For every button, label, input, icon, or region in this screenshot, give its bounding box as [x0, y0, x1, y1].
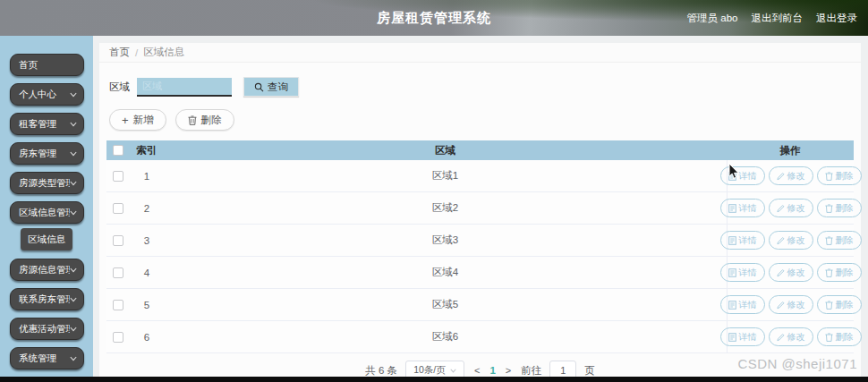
delete-button[interactable]: 删除: [817, 327, 862, 346]
sidebar-item[interactable]: 首页: [10, 54, 84, 76]
query-button[interactable]: 查询: [243, 77, 299, 97]
current-user-label[interactable]: 管理员 abo: [687, 12, 738, 25]
row-region-cell: 区域2: [164, 201, 727, 215]
edit-button[interactable]: 修改: [769, 231, 813, 250]
sidebar-item[interactable]: 优惠活动管理: [10, 318, 84, 340]
detail-button[interactable]: 详情: [720, 199, 765, 217]
page-number-current[interactable]: 1: [489, 365, 495, 376]
edit-button-label: 修改: [787, 170, 805, 183]
row-checkbox[interactable]: [113, 235, 123, 246]
column-header-actions: 操作: [727, 144, 854, 157]
chevron-down-icon: [70, 356, 77, 361]
select-all-checkbox[interactable]: [113, 145, 123, 156]
table-row: 4 区域4 详情 修改: [106, 257, 854, 289]
batch-delete-button-label: 删除: [201, 114, 222, 127]
row-region-cell: 区域3: [164, 233, 727, 247]
sidebar-item[interactable]: 区域信息管理: [10, 201, 84, 224]
logout-to-front-link[interactable]: 退出到前台: [752, 12, 804, 25]
edit-button-label: 修改: [787, 299, 805, 311]
column-header-region: 区域: [164, 144, 727, 157]
goto-unit-label: 页: [584, 364, 595, 378]
sidebar-item[interactable]: 系统管理: [10, 347, 84, 369]
next-page-button[interactable]: >: [504, 365, 513, 376]
edit-button[interactable]: 修改: [769, 327, 813, 346]
delete-button[interactable]: 删除: [817, 231, 862, 250]
breadcrumb-home[interactable]: 首页: [109, 46, 130, 59]
detail-icon: [728, 204, 736, 213]
row-index-cell: 5: [130, 300, 164, 310]
edit-button-label: 修改: [787, 331, 805, 344]
breadcrumb-current: 区域信息: [143, 46, 184, 59]
search-bar: 区域 查询: [109, 76, 861, 98]
app-title: 房屋租赁管理系统: [377, 10, 491, 27]
toolbar: + 新增 删除: [109, 109, 861, 131]
add-button[interactable]: + 新增: [109, 109, 166, 131]
trash-icon: [825, 236, 833, 245]
row-checkbox[interactable]: [113, 300, 123, 310]
delete-button-label: 删除: [836, 267, 854, 279]
sidebar-item[interactable]: 租客管理: [10, 113, 84, 135]
chevron-down-icon: [70, 92, 77, 98]
row-index-cell: 1: [130, 171, 164, 182]
sidebar-item[interactable]: 联系房东管理: [10, 288, 84, 310]
row-checkbox[interactable]: [113, 267, 123, 278]
row-region-cell: 区域4: [164, 266, 727, 279]
delete-button[interactable]: 删除: [817, 263, 862, 282]
sidebar-item-label: 个人中心: [19, 89, 70, 101]
delete-button-label: 删除: [836, 202, 854, 215]
edit-icon: [777, 301, 785, 310]
edit-button[interactable]: 修改: [769, 166, 813, 185]
app-header: 房屋租赁管理系统 管理员 abo 退出到前台 退出登录: [0, 0, 868, 36]
row-index-cell: 3: [130, 235, 164, 246]
prev-page-button[interactable]: <: [472, 365, 481, 376]
row-checkbox[interactable]: [113, 171, 123, 182]
batch-delete-button[interactable]: 删除: [175, 109, 234, 131]
main-area: 首页 / 区域信息 区域 查询 + 新增: [93, 36, 868, 377]
table-row: 6 区域6 详情 修改: [106, 321, 854, 353]
detail-button-label: 详情: [739, 267, 757, 279]
sidebar-item[interactable]: 房源信息管理: [10, 259, 84, 281]
detail-button[interactable]: 详情: [720, 231, 765, 250]
row-index-cell: 6: [130, 332, 164, 343]
page-size-value: 10条/页: [413, 364, 446, 377]
sidebar-subitem[interactable]: 区域信息: [21, 228, 72, 250]
edit-button[interactable]: 修改: [769, 263, 813, 282]
column-header-index: 索引: [130, 144, 164, 157]
goto-label: 前往: [521, 364, 541, 378]
edit-button[interactable]: 修改: [769, 199, 813, 217]
breadcrumb-separator: /: [135, 47, 138, 58]
delete-button[interactable]: 删除: [817, 295, 862, 314]
detail-button-label: 详情: [739, 170, 757, 183]
detail-icon: [728, 333, 736, 342]
edit-button-label: 修改: [787, 267, 805, 279]
table-row: 1 区域1 详情 修改: [106, 160, 854, 192]
detail-button[interactable]: 详情: [720, 295, 765, 314]
delete-button[interactable]: 删除: [817, 199, 862, 217]
row-checkbox[interactable]: [113, 203, 123, 214]
edit-button-label: 修改: [787, 234, 805, 247]
detail-button[interactable]: 详情: [720, 327, 765, 346]
row-checkbox[interactable]: [113, 332, 123, 343]
detail-button[interactable]: 详情: [720, 263, 765, 282]
sidebar-item[interactable]: 房源类型管理: [10, 172, 84, 194]
table-row: 2 区域2 详情 修改: [106, 192, 854, 225]
trash-icon: [825, 301, 833, 310]
sidebar-item[interactable]: 房东管理: [10, 142, 84, 165]
total-count-label: 共 6 条: [365, 364, 397, 378]
detail-button-label: 详情: [739, 234, 757, 247]
detail-button-label: 详情: [739, 202, 757, 215]
detail-icon: [728, 236, 736, 245]
region-search-input[interactable]: [137, 78, 232, 97]
delete-button-label: 删除: [836, 331, 854, 344]
row-region-cell: 区域1: [164, 169, 727, 183]
trash-icon: [825, 172, 833, 181]
detail-button[interactable]: 详情: [720, 166, 765, 185]
content-panel: 首页 / 区域信息 区域 查询 + 新增: [99, 43, 861, 377]
region-table: 索引 区域 操作 1 区域1 详情: [106, 140, 854, 353]
sidebar-item[interactable]: 个人中心: [10, 83, 84, 106]
detail-icon: [728, 301, 736, 310]
logout-link[interactable]: 退出登录: [816, 12, 857, 25]
edit-button[interactable]: 修改: [769, 295, 813, 314]
delete-button[interactable]: 删除: [817, 166, 862, 185]
chevron-down-icon: [70, 327, 77, 332]
